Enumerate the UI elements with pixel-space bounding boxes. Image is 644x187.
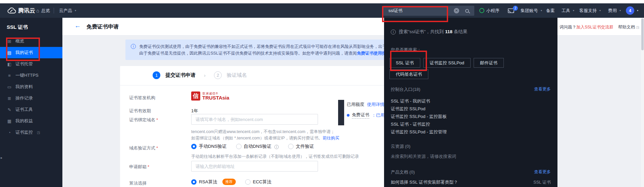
avatar: 4 bbox=[626, 6, 634, 15]
step-indicator: 1 提交证书申请 › 2 验证域名 bbox=[153, 71, 247, 79]
home-icon: ⌂ bbox=[36, 8, 39, 13]
sidebar-item-cert-monitor[interactable]: ◔ 证书监控 ◳ bbox=[0, 127, 62, 138]
radio-ecc[interactable]: ECC算法 bbox=[245, 179, 272, 185]
header-help-links: 词问题？加入SSL证书交流群帮助文档 ◳ bbox=[559, 24, 639, 30]
console-entries-header: 控制台入口(18) bbox=[391, 86, 420, 92]
clear-search-icon[interactable]: ✕ bbox=[454, 8, 459, 13]
search-result-summary: i 搜索"ssl证书"，共找到118条结果 bbox=[391, 29, 467, 35]
bullet-dot-icon bbox=[347, 114, 350, 117]
console-entry[interactable]: SSL 证书 - 我的证书 bbox=[391, 98, 430, 104]
resources-empty-text: 未搜索到相关资源，请修改搜索词 bbox=[391, 153, 456, 160]
step-chevron-icon: › bbox=[204, 72, 206, 78]
external-link-icon: ◳ bbox=[636, 25, 639, 29]
folder-icon: ▭ bbox=[7, 84, 12, 89]
console-entry[interactable]: 证书监控 SSLPod bbox=[391, 106, 425, 112]
trustasia-logo: 信 亚洲诚信® TRUSTAsia bbox=[191, 91, 229, 101]
verify-help: 手动前往域名解析平台添加一条解析记录（不影响域名使用），证书签发成功后可删除记录 bbox=[191, 154, 359, 160]
join-ssl-group-link[interactable]: 加入SSL证书交流群 bbox=[576, 25, 613, 29]
suggestion-sslpod[interactable]: 证书监控 SSLPod bbox=[423, 58, 471, 68]
document-icon: ≣ bbox=[7, 96, 12, 101]
external-link-icon: ◳ bbox=[37, 131, 40, 134]
email-input[interactable] bbox=[191, 161, 318, 172]
message-count-badge: 2 bbox=[513, 6, 518, 11]
mini-program-icon bbox=[479, 8, 484, 13]
radio-selected-icon bbox=[191, 144, 197, 149]
dark-strip bbox=[338, 100, 344, 125]
algorithm-label: 算法选择 bbox=[129, 180, 147, 186]
sidebar-item-one-click-https[interactable]: ≡ 一键HTTPS bbox=[0, 70, 62, 81]
radio-auto-dns[interactable]: 自动DNS验证 i bbox=[236, 143, 279, 149]
nav-billing[interactable]: 费用 ▾ bbox=[608, 3, 621, 18]
view-more-docs-link[interactable]: 查看更多 bbox=[534, 169, 551, 175]
sidebar-item-cert-tools[interactable]: ✎ 证书工具 bbox=[0, 104, 62, 115]
radio-file-verify[interactable]: 文件验证 bbox=[288, 143, 314, 149]
chevron-down-icon: ▾ bbox=[541, 9, 542, 12]
required-mark: * bbox=[148, 164, 149, 169]
validity-value: 1年 bbox=[191, 108, 198, 114]
scrollbar[interactable] bbox=[641, 18, 644, 187]
sidebar-item-my-profile[interactable]: ▭ 我的资料 bbox=[0, 81, 62, 92]
radio-rsa[interactable]: RSA算法 推荐 bbox=[191, 179, 236, 185]
info-icon: i bbox=[131, 44, 136, 49]
required-mark: * bbox=[156, 117, 158, 122]
verify-method-label: 域名验证方式* bbox=[129, 145, 158, 151]
console-entry[interactable]: SSL 证书 - 证书监控 bbox=[391, 121, 430, 127]
sidebar-item-my-benefits[interactable]: ▦ 我的权益 bbox=[0, 115, 62, 127]
chevron-down-icon: ▾ bbox=[75, 9, 76, 12]
back-arrow-icon[interactable]: ← bbox=[74, 22, 81, 29]
verify-method-radios: 手动DNS验证 自动DNS验证 i 文件验证 bbox=[191, 143, 314, 149]
buy-cert-link[interactable]: 前往购买 bbox=[323, 136, 339, 140]
suggestion-email-cert[interactable]: 邮件证书 bbox=[474, 58, 504, 68]
radio-manual-dns[interactable]: 手动DNS验证 bbox=[191, 143, 227, 149]
tool-icon: ✎ bbox=[7, 107, 12, 112]
domain-help-1: tencent.com只赠送www.tencent.com，不包含ssl.ten… bbox=[191, 129, 335, 135]
trustasia-seal-icon: 信 bbox=[191, 91, 200, 101]
product-docs-header: 产品文档 (0) bbox=[391, 169, 415, 175]
radio-selected-icon bbox=[191, 179, 197, 185]
nav-messages[interactable]: 2 bbox=[508, 3, 514, 18]
view-more-console-link[interactable]: 查看更多 bbox=[534, 86, 551, 92]
nav-group-account[interactable]: 集团账号 ▾ bbox=[521, 3, 542, 18]
calendar-icon: ▦ bbox=[7, 119, 12, 124]
annotation-box-sidebar bbox=[6, 38, 40, 61]
banner-line2: 由于免费证书是无偿提供，因此腾讯云SSL证书不提供免费证书的技术支持或安装指导。… bbox=[139, 51, 357, 56]
cloud-logo-icon bbox=[7, 7, 16, 14]
annotation-box-search bbox=[382, 6, 448, 22]
algorithm-radios: RSA算法 推荐 ECC算法 bbox=[191, 179, 271, 185]
nav-overview[interactable]: ⌂ 总览 bbox=[36, 3, 50, 18]
help-doc-link[interactable]: 帮助文档 bbox=[618, 25, 635, 29]
free-cert-item: 免费证书 bbox=[352, 112, 369, 119]
validity-label: 证书有效期 bbox=[129, 108, 151, 114]
cloud-resources-header: 云资源 (0) bbox=[391, 143, 411, 149]
email-label: 申请邮箱* bbox=[129, 164, 149, 170]
console-entry[interactable]: 证书监控 SSLPod - 监控管理 bbox=[391, 129, 447, 135]
scrollbar-thumb[interactable] bbox=[641, 18, 644, 50]
quota-label: 已用额度 bbox=[347, 102, 364, 107]
domain-label: 证书绑定域名* bbox=[129, 117, 158, 123]
sidebar-collapse-handle[interactable]: ▸ bbox=[1, 156, 2, 160]
radio-icon bbox=[288, 144, 293, 149]
usage-detail-link[interactable]: 使用详情 bbox=[367, 102, 384, 107]
nav-mini-program[interactable]: 小程序 bbox=[479, 3, 499, 18]
doc-entry[interactable]: 如何选择 SSL 证书安装部署类型？ bbox=[391, 179, 458, 185]
console-entry[interactable]: 证书监控 SSLPod - 监控面板 bbox=[391, 114, 447, 120]
nav-cloud-products[interactable]: 云产品 ▾ bbox=[59, 3, 76, 18]
sidebar-title: SSL 证书 bbox=[0, 18, 62, 36]
radio-icon bbox=[245, 179, 251, 185]
domain-input[interactable] bbox=[191, 114, 318, 125]
nav-icp[interactable]: 备案 bbox=[546, 3, 555, 18]
step-1-label: 提交证书申请 bbox=[165, 72, 196, 78]
faq-prefix: 词问题？ bbox=[559, 25, 576, 29]
step-1-circle: 1 bbox=[153, 71, 160, 79]
sidebar-item-operation-log[interactable]: ≣ 操作记录 bbox=[0, 92, 62, 104]
info-icon: i bbox=[274, 145, 279, 149]
account-menu[interactable]: 4 ▾ bbox=[626, 3, 638, 18]
chevron-down-icon: ▾ bbox=[599, 9, 601, 12]
nav-support[interactable]: 客服支持 ▾ bbox=[579, 3, 601, 18]
nav-tools[interactable]: 工具 ▾ bbox=[561, 3, 574, 18]
hosting-icon: ◧ bbox=[7, 62, 12, 67]
search-icon[interactable] bbox=[465, 9, 469, 13]
top-navigation-bar: 腾讯云 ⌂ 总览 云产品 ▾ ✕ 小程序 2 集团账号 ▾ 备案 工具 ▾ 客服… bbox=[0, 3, 644, 18]
tencent-cloud-logo[interactable]: 腾讯云 bbox=[7, 3, 35, 18]
doc-entry-tag: SSL 证书 bbox=[533, 180, 551, 185]
